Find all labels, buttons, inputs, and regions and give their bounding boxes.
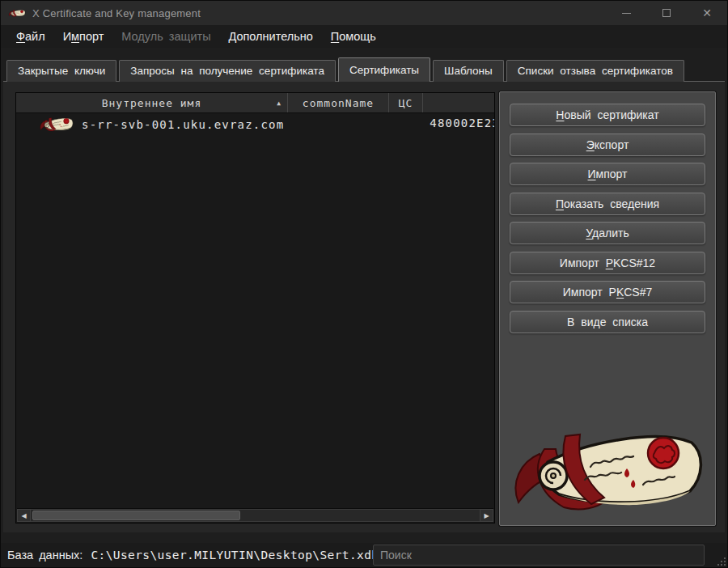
column-header-internal-name[interactable]: Внутреннее имя ▲ [16,93,288,112]
app-window: X Certificate and Key management ✕ Файл … [0,0,728,568]
column-header-extra[interactable] [423,93,494,112]
database-path: C:\Users\user.MILYUTIN\Desktop\Sert.xdb [91,549,379,562]
column-header-ca[interactable]: ЦС [389,93,423,112]
menu-file[interactable]: Файл [7,25,54,48]
delete-button[interactable]: Удалить [510,222,705,244]
show-details-button[interactable]: Показать сведения [510,193,705,215]
tab-csr[interactable]: Запросы на получение сертификата [119,60,336,82]
statusbar: База данных: C:\Users\user.MILYUTIN\Desk… [1,543,727,567]
export-button[interactable]: Экспорт [510,134,705,156]
scroll-left-icon: ◀ [21,512,26,519]
table-header: Внутреннее имя ▲ commonName ЦС [16,93,494,113]
database-label: База данных: [7,549,83,562]
scroll-right-button[interactable]: ▶ [480,509,493,522]
new-certificate-button[interactable]: Новый сертификат [510,104,705,126]
horizontal-scrollbar: ◀ ▶ [17,508,493,522]
certificates-table: Внутреннее имя ▲ commonName ЦС s-rr-svb-… [15,92,495,523]
xca-logo [505,423,712,522]
scrollbar-thumb[interactable] [32,511,240,520]
minimize-icon [622,13,631,14]
scrollbar-track[interactable] [31,509,480,522]
scroll-left-button[interactable]: ◀ [17,509,31,522]
import-pkcs7-button[interactable]: Импорт PKCS#7 [510,281,705,303]
tab-certificates[interactable]: Сертификаты [338,57,430,82]
maximize-button[interactable] [646,1,687,25]
app-icon [8,8,26,19]
tab-private-keys[interactable]: Закрытые ключи [6,60,116,82]
window-controls: ✕ [606,1,727,25]
menu-help[interactable]: Помощь [322,25,385,48]
import-pkcs12-button[interactable]: Импорт PKCS#12 [510,252,705,274]
menu-token: Модуль защиты [112,25,219,48]
maximize-icon [662,9,671,17]
tab-templates[interactable]: Шаблоны [433,60,504,82]
cell-serial: 480002E23 [423,113,494,136]
certificates-pane: Внутреннее имя ▲ commonName ЦС s-rr-svb-… [3,81,725,532]
cell-internal-name: s-rr-svb-001.uku.evraz.com [16,116,288,134]
action-panel: Новый сертификат Экспорт Импорт Показать… [499,91,716,526]
menubar: Файл Импорт Модуль защиты Дополнительно … [1,25,727,48]
import-button[interactable]: Импорт [510,163,705,185]
tabbar: Закрытые ключи Запросы на получение серт… [1,57,727,82]
column-header-commonname[interactable]: commonName [288,93,389,112]
plain-view-button[interactable]: В виде списка [510,311,705,333]
minimize-button[interactable] [606,1,646,25]
sort-asc-icon: ▲ [277,100,281,107]
close-button[interactable]: ✕ [687,1,727,25]
search-input[interactable] [373,545,705,566]
menu-import[interactable]: Импорт [54,25,113,48]
titlebar: X Certificate and Key management ✕ [1,1,727,25]
window-title: X Certificate and Key management [32,7,201,19]
certificate-icon [39,116,74,134]
scroll-right-icon: ▶ [484,512,489,519]
close-icon: ✕ [702,6,712,19]
resize-grip-icon[interactable] [716,556,726,566]
table-row[interactable]: s-rr-svb-001.uku.evraz.com 480002E23 [16,113,494,136]
tab-revocation-lists[interactable]: Списки отзыва сертификатов [506,60,684,82]
menu-extra[interactable]: Дополнительно [220,25,322,48]
